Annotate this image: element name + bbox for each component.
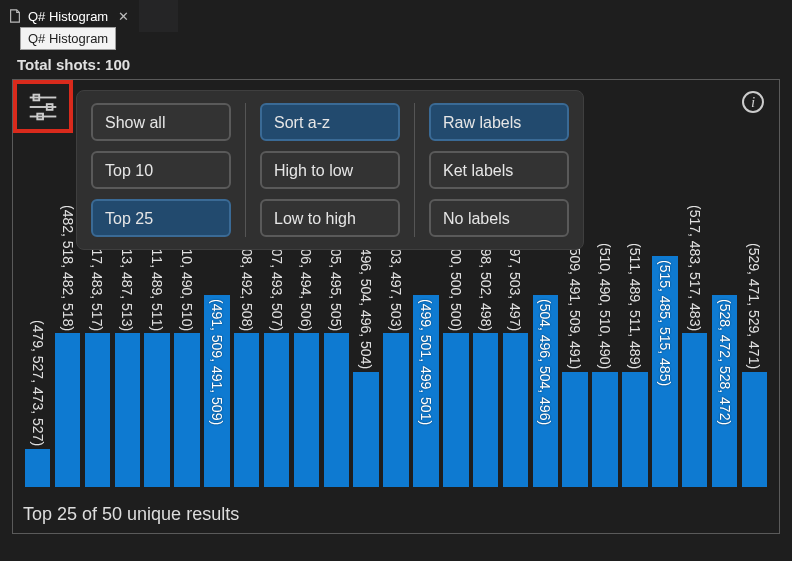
bar-label: (517, 483, 517, 483) — [687, 201, 703, 331]
bar-label: (511, 489, 511, 489) — [627, 239, 643, 369]
bar[interactable]: (500, 500, 500, 500) — [443, 256, 468, 487]
labels-option-2[interactable]: No labels — [429, 199, 569, 237]
bar[interactable]: (489, 511, 489, 511) — [144, 256, 169, 487]
bar[interactable]: (517, 483, 517, 483) — [682, 256, 707, 487]
bar[interactable]: (487, 513, 487, 513) — [115, 256, 140, 487]
bar-label: (504, 496, 504, 496) — [537, 295, 553, 425]
bar[interactable]: (491, 509, 491, 509) — [204, 256, 229, 487]
bar-label: (479, 527, 473, 527) — [30, 316, 46, 446]
filter-option-1[interactable]: Top 10 — [91, 151, 231, 189]
info-icon: i — [741, 90, 765, 114]
bar[interactable]: (497, 503, 497, 503) — [383, 256, 408, 487]
bar[interactable]: (494, 506, 494, 506) — [294, 256, 319, 487]
bar-label: (509, 491, 509, 491) — [567, 239, 583, 369]
bar[interactable]: (496, 504, 496, 504) — [353, 256, 378, 487]
filter-option-0[interactable]: Show all — [91, 103, 231, 141]
histogram-panel: i Show allTop 10Top 25 Sort a-zHigh to l… — [12, 79, 780, 534]
bar[interactable]: (529, 471, 529, 471) — [742, 256, 767, 487]
sort-option-1[interactable]: High to low — [260, 151, 400, 189]
bar[interactable]: (493, 507, 493, 507) — [264, 256, 289, 487]
bar-label: (499, 501, 499, 501) — [418, 295, 434, 425]
close-icon[interactable]: ✕ — [118, 9, 129, 24]
tab-title: Q# Histogram — [28, 9, 108, 24]
bar-label: (496, 504, 496, 504) — [358, 239, 374, 369]
bar-label: (491, 509, 491, 509) — [209, 295, 225, 425]
bar[interactable]: (511, 489, 511, 489) — [622, 256, 647, 487]
bar[interactable]: (492, 508, 492, 508) — [234, 256, 259, 487]
sort-option-0[interactable]: Sort a-z — [260, 103, 400, 141]
bar[interactable]: (503, 497, 503, 497) — [503, 256, 528, 487]
bar[interactable]: (502, 498, 502, 498) — [473, 256, 498, 487]
info-button[interactable]: i — [741, 90, 765, 114]
bar[interactable]: (479, 527, 473, 527) — [25, 256, 50, 487]
bar-label: (482, 518, 482, 518) — [60, 201, 76, 331]
labels-option-0[interactable]: Raw labels — [429, 103, 569, 141]
filter-option-2[interactable]: Top 25 — [91, 199, 231, 237]
file-icon — [8, 9, 22, 23]
bar[interactable]: (499, 501, 499, 501) — [413, 256, 438, 487]
settings-button[interactable] — [13, 80, 73, 133]
bar[interactable]: (483, 517, 483, 517) — [85, 256, 110, 487]
labels-option-1[interactable]: Ket labels — [429, 151, 569, 189]
bar[interactable]: (510, 490, 510, 490) — [592, 256, 617, 487]
bar[interactable]: (495, 505, 495, 505) — [324, 256, 349, 487]
bar-label: (515, 485, 515, 485) — [657, 256, 673, 386]
sort-option-2[interactable]: Low to high — [260, 199, 400, 237]
bar[interactable]: (509, 491, 509, 491) — [562, 256, 587, 487]
bar[interactable]: (504, 496, 504, 496) — [533, 256, 558, 487]
bar-label: (529, 471, 529, 471) — [746, 239, 762, 369]
bar[interactable]: (515, 485, 515, 485) — [652, 256, 677, 487]
histogram-chart: (479, 527, 473, 527)(482, 518, 482, 518)… — [25, 256, 767, 487]
histogram-summary: Top 25 of 50 unique results — [23, 504, 239, 525]
svg-text:i: i — [751, 94, 755, 110]
bar-label: (528, 472, 528, 472) — [717, 295, 733, 425]
tab-tooltip: Q# Histogram — [20, 27, 116, 50]
bar[interactable]: (528, 472, 528, 472) — [712, 256, 737, 487]
sliders-icon — [24, 88, 62, 126]
histogram-options-popover: Show allTop 10Top 25 Sort a-zHigh to low… — [76, 90, 584, 250]
bar[interactable]: (482, 518, 482, 518) — [55, 256, 80, 487]
bar-label: (510, 490, 510, 490) — [597, 239, 613, 369]
total-shots-label: Total shots: 100 — [0, 52, 792, 77]
bar[interactable]: (490, 510, 490, 510) — [174, 256, 199, 487]
